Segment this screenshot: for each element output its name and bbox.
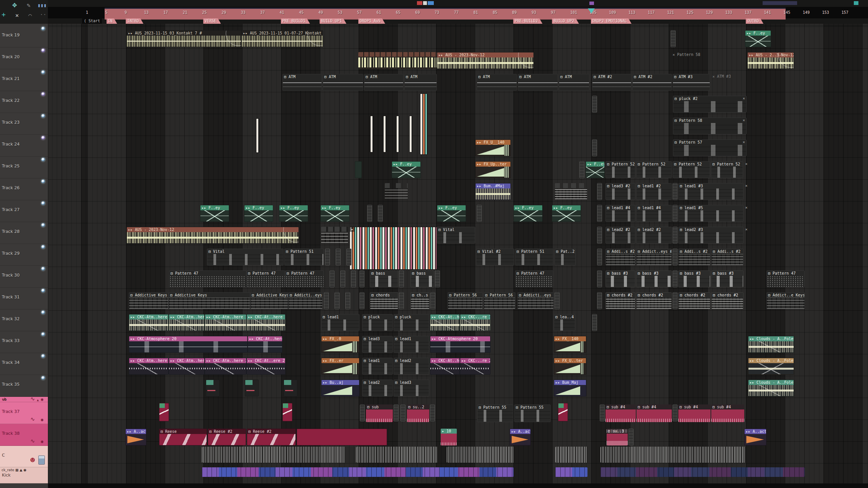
close-icon[interactable]: ✕ <box>743 140 745 144</box>
clip-lead3[interactable]: ⊟ lead3 <box>394 380 429 396</box>
clip-sub-4[interactable]: ⊟ sub #4 <box>605 404 636 422</box>
clip-ckc-atm-here-2[interactable]: ▸▸ CKC-Atm..here 2 <box>205 358 246 375</box>
track-led[interactable] <box>41 376 45 380</box>
arrow-up-icon[interactable]: ▲ <box>37 398 39 402</box>
track-row-track-21[interactable]: Track 21 <box>0 69 48 91</box>
clip-lead3[interactable]: ⊟ lead3 <box>362 336 393 353</box>
clip-chords-2[interactable]: ⊟ chords #2 <box>678 292 710 309</box>
clip-fx-140[interactable]: ▸▸ FX_ 140 <box>554 336 586 353</box>
clip-lead1[interactable]: ⊟ lead1 <box>321 314 359 331</box>
clip-pattern-55[interactable]: ⊟ Pattern 55 <box>477 404 514 422</box>
track-led[interactable] <box>41 223 45 227</box>
clip-riser[interactable] <box>558 403 568 421</box>
clip-bass[interactable]: ⊟ bass <box>410 270 434 287</box>
clip-ckc-atm-here[interactable]: ▸▸ CKC-Atm..here <box>129 314 169 331</box>
clip-atm[interactable]: ⊟ ATM <box>282 74 322 91</box>
marker-in[interactable]: IN <box>107 18 117 24</box>
clip-minirows[interactable] <box>555 183 587 200</box>
clip-chip[interactable] <box>351 270 356 287</box>
clip-lead2-3[interactable]: ⊟ lead2 #3 <box>678 227 743 244</box>
clip-chip[interactable] <box>592 139 597 156</box>
clip-pluck[interactable]: ⊟ pluck <box>394 314 429 331</box>
clip-chords-2[interactable]: ⊟ chords #2 <box>636 292 672 309</box>
clip-microteal[interactable] <box>245 380 259 396</box>
clip-ckc-atmosphere-20[interactable]: ▸▸ CKC-Atmosphere 20 <box>430 336 491 353</box>
clip-riser[interactable] <box>159 403 169 421</box>
track-row-ub[interactable]: ub▲∿◉ <box>0 397 48 402</box>
clip-lead1-5[interactable]: ⊟ lead1 #5 <box>678 205 743 222</box>
clip-atm[interactable]: ⊟ ATM <box>404 74 437 91</box>
clip-sub[interactable]: ⊟ sub <box>366 404 393 422</box>
clip-chip[interactable] <box>597 292 602 309</box>
automation-curve-icon[interactable]: ∿ <box>30 438 35 444</box>
clip-f-ey[interactable]: ▸▸ F..ey <box>437 205 466 222</box>
clip-chip[interactable] <box>345 292 350 309</box>
clip-f-ey[interactable]: ▸▸ F..ey <box>244 205 273 222</box>
clip-clouds-a-foley-2[interactable]: ▸▸ Clouds - A..Foley (2) <box>748 380 794 396</box>
clip-atm[interactable]: ⊟ ATM <box>364 74 404 91</box>
clip-f-ey[interactable]: ▸▸ F..ey <box>392 161 421 178</box>
clip-chip[interactable] <box>399 270 404 287</box>
draw-tool-icon[interactable]: ✎ <box>27 2 31 8</box>
close-icon[interactable]: ✕ <box>743 96 745 100</box>
clip-fx-er[interactable]: ▸▸ FX..er <box>321 358 359 375</box>
track-led[interactable] <box>41 245 45 249</box>
clip-chip[interactable] <box>330 270 335 287</box>
clip-chip[interactable] <box>435 270 440 287</box>
clip-atm[interactable]: ⊟ ATM <box>323 74 363 91</box>
clip-keysv[interactable] <box>256 118 259 153</box>
clip-pattern-52[interactable]: ⊟ Pattern 52 <box>711 161 743 178</box>
clip-ticks[interactable] <box>447 447 514 463</box>
clip-pattern-58[interactable]: ✕ Pattern 58 <box>671 52 744 69</box>
knob-icon[interactable]: ◉ <box>41 417 43 422</box>
clip-ckc-atm-here[interactable]: ▸▸ CKC-Atm..here <box>169 358 205 375</box>
clip-chip[interactable] <box>394 404 399 421</box>
plugin-thumbnail[interactable] <box>38 455 45 465</box>
track-led[interactable] <box>41 311 45 314</box>
track-row-track-30[interactable]: Track 30 <box>0 266 48 288</box>
knob-icon[interactable]: ◉ <box>41 397 43 402</box>
track-row-track-22[interactable]: Track 22 <box>0 91 48 113</box>
clip-chip[interactable] <box>597 270 602 287</box>
clip-atm-3[interactable]: ✕ ATM #3 <box>711 74 750 91</box>
clip-pattern-47[interactable]: ⊟ Pattern 47 <box>169 270 246 287</box>
clip-pattern-47[interactable]: ⊟ Pattern 47 <box>515 270 553 287</box>
marker-outro[interactable]: OUTRO <box>746 18 763 24</box>
clip-chip[interactable] <box>325 249 330 265</box>
clip-f-ey[interactable]: ▸▸ F..ey <box>279 205 308 222</box>
clip-[interactable]: ▸ <box>349 227 437 270</box>
clip-pattern-57[interactable]: ⊟ Pattern 57✕ <box>673 139 747 156</box>
marker-drop2-emotional[interactable]: DROP2 EMOTIONAL <box>591 18 632 24</box>
clip-chip[interactable] <box>579 161 584 178</box>
track-led[interactable] <box>41 289 45 292</box>
clip-[interactable]: ✕ <box>744 205 749 222</box>
clip-reesebody[interactable] <box>297 429 387 445</box>
clip-chip[interactable] <box>335 292 340 309</box>
clip-a-act[interactable]: ▸▸ A..act <box>125 429 146 445</box>
clip-chip[interactable] <box>673 205 678 222</box>
clip-pattern-47[interactable]: ⊟ Pattern 47 <box>285 270 324 287</box>
clip-bass-3[interactable]: ⊟ bass #3 <box>678 270 710 287</box>
clip-agreen[interactable] <box>355 161 362 178</box>
close-icon[interactable]: ✕ <box>743 118 745 122</box>
track-led[interactable] <box>41 201 45 205</box>
clip-pattern-47[interactable]: ⊟ Pattern 47 <box>766 270 805 287</box>
clip-chip[interactable] <box>430 292 435 309</box>
track-led[interactable] <box>41 49 45 52</box>
clip-ckc-at-here[interactable]: ▸▸ CKC-At..here <box>430 358 460 375</box>
clip-fx-u-140[interactable]: ▸▸ FX_U__140 <box>475 139 511 156</box>
clip-a-act[interactable]: ▸▸ A..act <box>510 429 531 445</box>
clip-ticks[interactable] <box>356 447 437 463</box>
track-led[interactable] <box>41 114 45 118</box>
track-row-track-26[interactable]: Track 26 <box>0 178 48 200</box>
clip-su-2[interactable]: ⊟ su..2 <box>407 404 429 422</box>
clip-chip[interactable] <box>592 314 597 331</box>
clip-chip[interactable] <box>359 270 364 287</box>
clip-chip[interactable] <box>597 249 602 265</box>
clip-pattern-51[interactable]: ⊟ Pattern 51 <box>284 249 324 265</box>
track-row-track-33[interactable]: Track 33 <box>0 331 48 353</box>
clip-sub-4[interactable]: ⊟ sub #4 <box>637 404 672 422</box>
clip-pluck[interactable]: ⊟ pluck <box>362 314 393 331</box>
playhead-marker[interactable] <box>588 8 595 13</box>
track-row-track-29[interactable]: Track 29 <box>0 244 48 266</box>
